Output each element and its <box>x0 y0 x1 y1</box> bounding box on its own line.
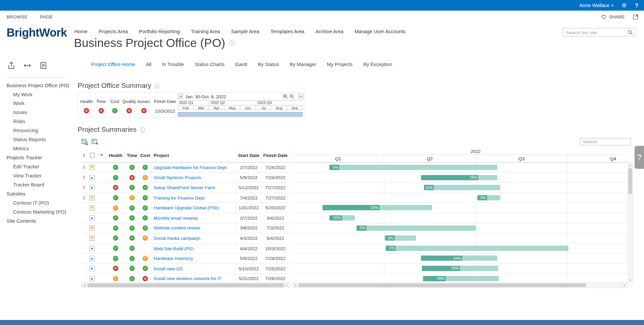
gantt-bar[interactable]: 52% <box>323 205 432 210</box>
nav-item-portfolio-reporting[interactable]: Portfolio Reporting <box>139 29 180 35</box>
nav-item-archive-area[interactable]: Archive Area <box>316 29 343 35</box>
project-link[interactable]: Install new OS <box>154 266 183 271</box>
edit-icon[interactable] <box>90 165 95 170</box>
project-link[interactable]: Monthly email revamp <box>154 216 198 221</box>
project-site-icon[interactable] <box>90 215 95 221</box>
gantt-vertical-scrollbar[interactable] <box>628 163 633 283</box>
timeline-next-button[interactable] <box>298 94 304 99</box>
sidebar-item-work[interactable]: Work <box>7 99 75 108</box>
info-icon[interactable] <box>229 40 235 46</box>
gantt-bar[interactable]: 0% <box>477 195 500 200</box>
scroll-up-icon[interactable] <box>628 163 632 167</box>
ribbon-tab-browse[interactable]: BROWSE <box>7 14 28 19</box>
share-button[interactable]: SHARE <box>601 14 625 19</box>
scrollbar-thumb[interactable] <box>88 283 284 287</box>
nav-item-training-area[interactable]: Training Area <box>191 29 220 35</box>
project-link[interactable]: Website content review <box>154 226 200 231</box>
view-tab-by-exception[interactable]: By Exception <box>363 62 392 67</box>
table-horizontal-scrollbar[interactable] <box>81 282 290 288</box>
sidebar-item-view-tracker[interactable]: View Tracker <box>7 171 75 180</box>
notebook-icon[interactable] <box>38 60 49 71</box>
sidebar-item-edit-tracker[interactable]: Edit Tracker <box>7 162 75 171</box>
timeline-prev-button[interactable] <box>178 94 183 99</box>
scroll-right-icon[interactable] <box>284 283 289 287</box>
gantt-bar[interactable]: 0% <box>357 225 476 231</box>
projects-search-input[interactable] <box>582 139 629 145</box>
logo[interactable]: BrightWork <box>7 26 67 39</box>
sidebar-item-my-work[interactable]: My Work <box>7 90 75 99</box>
edit-icon[interactable] <box>90 205 95 211</box>
column-header-cost[interactable]: Cost <box>139 148 152 162</box>
project-site-icon[interactable] <box>90 246 95 251</box>
view-tab-project-office-home[interactable]: Project Office Home <box>91 62 135 67</box>
gantt-bar[interactable]: 54% <box>421 256 497 261</box>
column-header-project[interactable]: Project <box>152 148 236 162</box>
table-zoom-icon[interactable] <box>81 139 88 146</box>
sidebar-item-resourcing[interactable]: Resourcing <box>7 126 75 135</box>
gantt-bar[interactable]: 0% <box>385 235 416 241</box>
info-icon[interactable] <box>155 83 160 89</box>
gantt-bar[interactable]: 75% <box>421 175 497 180</box>
gantt-horizontal-scrollbar[interactable] <box>292 282 628 288</box>
zoom-in-icon[interactable] <box>282 94 288 99</box>
scroll-down-icon[interactable] <box>628 278 632 282</box>
gantt-bar[interactable]: 0% <box>330 165 497 170</box>
sidebar-item-projects-tracker[interactable]: Projects Tracker <box>7 153 75 162</box>
project-link[interactable]: Social media campaign <box>154 236 200 241</box>
nav-item-home[interactable]: Home <box>74 29 88 35</box>
help-icon[interactable] <box>635 3 638 8</box>
scrollbar-thumb[interactable] <box>628 168 632 194</box>
view-tab-my-projects[interactable]: My Projects <box>327 62 353 67</box>
sidebar-item-site-contents[interactable]: Site Contents <box>7 216 75 225</box>
column-header-time[interactable]: Time <box>126 148 139 162</box>
project-site-icon[interactable] <box>90 185 95 191</box>
column-header-select[interactable] <box>87 148 98 162</box>
sidebar-item-contoso-it-po[interactable]: Contoso IT (PO) <box>7 198 75 207</box>
gantt-bar[interactable]: 30% <box>423 276 499 281</box>
scrollbar-thumb[interactable] <box>299 283 586 287</box>
info-icon[interactable] <box>140 127 145 132</box>
sidebar-item-risks[interactable]: Risks <box>7 117 75 126</box>
move-resize-icon[interactable] <box>22 60 33 71</box>
column-header-flag[interactable] <box>98 148 106 162</box>
project-link[interactable]: Training for Finance Dept. <box>154 195 206 200</box>
focus-content-icon[interactable] <box>633 14 638 19</box>
view-tab-in-trouble[interactable]: In Trouble <box>162 62 184 67</box>
sidebar-item-issues[interactable]: Issues <box>7 108 75 117</box>
scroll-left-icon[interactable] <box>82 283 87 287</box>
help-tab[interactable]: ? <box>635 146 644 169</box>
project-link[interactable]: Setup SharePoint Server Farm <box>154 185 215 190</box>
zoom-out-icon[interactable] <box>289 94 294 99</box>
column-header-health[interactable]: Health <box>106 148 126 162</box>
nav-item-sample-area[interactable]: Sample Area <box>231 29 259 35</box>
project-link[interactable]: Hardware Upgrade Global (PStr) <box>154 205 219 210</box>
gantt-bar[interactable]: 50% <box>330 215 355 221</box>
view-tab-by-status[interactable]: By Status <box>258 62 279 67</box>
column-header-alert[interactable]: ! <box>81 148 87 162</box>
scroll-left-icon[interactable] <box>293 283 298 287</box>
nav-item-templates-area[interactable]: Templates Area <box>270 29 304 35</box>
sidebar-item-status-reports[interactable]: Status Reports <box>7 135 75 144</box>
gantt-bar[interactable]: 10% <box>424 185 500 190</box>
sidebar-item-subsites[interactable]: Subsites <box>7 189 75 198</box>
project-link[interactable]: Web Site Build (PG) <box>154 246 194 251</box>
project-site-icon[interactable] <box>90 256 95 261</box>
project-link[interactable]: Install new wireless network for IT <box>154 276 221 281</box>
summary-gantt-bar[interactable] <box>178 112 303 116</box>
sidebar-item-metrics[interactable]: Metrics <box>7 144 75 153</box>
nav-item-projects-area[interactable]: Projects Area <box>99 29 128 35</box>
site-search-input[interactable] <box>565 30 628 35</box>
pane-splitter[interactable] <box>290 148 292 283</box>
search-icon[interactable] <box>628 30 633 35</box>
gear-icon[interactable] <box>622 2 627 8</box>
project-site-icon[interactable] <box>90 175 95 180</box>
navigate-up-icon[interactable] <box>6 60 16 71</box>
view-tab-all[interactable]: All <box>146 62 151 67</box>
export-excel-icon[interactable] <box>92 139 99 146</box>
ribbon-tab-page[interactable]: PAGE <box>40 14 53 19</box>
sidebar-item-business-project-office-po[interactable]: Business Project Office (PO) <box>7 81 75 90</box>
gantt-bar[interactable]: 1% <box>386 246 569 251</box>
view-tab-status-charts[interactable]: Status Charts <box>195 62 224 67</box>
project-link[interactable]: Hardware Inventory <box>154 256 193 261</box>
column-header-start-date[interactable]: Start Date <box>236 148 261 162</box>
